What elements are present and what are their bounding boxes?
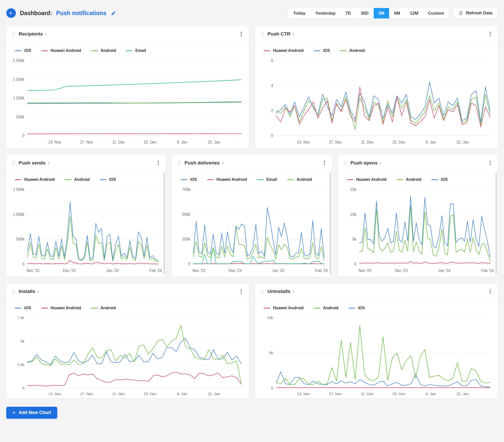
chart-title-link[interactable]: Push sends› xyxy=(19,160,49,166)
drag-handle-icon[interactable] xyxy=(344,160,347,165)
time-range-12m[interactable]: 12M xyxy=(405,8,423,18)
legend-item[interactable]: Huawei Android xyxy=(264,48,303,53)
legend-item[interactable]: Android xyxy=(397,177,421,182)
scrollbar-thumb[interactable] xyxy=(495,173,497,275)
svg-text:5k: 5k xyxy=(269,351,273,355)
svg-text:Nov '23: Nov '23 xyxy=(193,268,205,273)
chevron-right-icon: › xyxy=(293,289,294,294)
refresh-data-button[interactable]: Refresh Data xyxy=(453,8,498,19)
legend-item[interactable]: iOS xyxy=(431,177,448,182)
chart-title-link[interactable]: Push deliveries› xyxy=(184,160,224,166)
legend-item[interactable]: iOS xyxy=(314,48,330,53)
legend-item[interactable]: iOS xyxy=(15,48,31,53)
dashboard-name-link[interactable]: Push notifications xyxy=(56,10,106,17)
time-range-30d[interactable]: 30D xyxy=(356,8,373,18)
legend-swatch xyxy=(340,50,346,51)
kebab-menu-button[interactable] xyxy=(239,30,243,38)
svg-text:1 500k: 1 500k xyxy=(13,77,24,82)
chevron-right-icon: › xyxy=(48,160,50,165)
legend-swatch xyxy=(287,179,294,180)
legend-label: iOS xyxy=(358,306,365,310)
add-new-chart-button[interactable]: + Add New Chart xyxy=(6,407,57,419)
legend-label: Huawei Android xyxy=(273,306,303,310)
scrollbar-thumb[interactable] xyxy=(330,173,331,275)
legend-label: Android xyxy=(101,306,116,310)
legend-item[interactable]: iOS xyxy=(349,306,365,310)
back-button[interactable] xyxy=(6,8,16,18)
legend-item[interactable]: Huawei Android xyxy=(41,306,81,310)
drag-handle-icon[interactable] xyxy=(12,289,15,294)
kebab-menu-button[interactable] xyxy=(488,30,492,38)
legend-swatch xyxy=(314,50,320,51)
chevron-right-icon: › xyxy=(37,289,39,294)
svg-text:Feb '24: Feb '24 xyxy=(481,268,494,273)
line-chart: 05k10k13. Nov27. Nov11. Dec25. Dec8. Jan… xyxy=(259,314,494,397)
svg-text:0: 0 xyxy=(22,386,24,390)
legend-label: Huawei Android xyxy=(51,306,81,310)
legend-swatch xyxy=(349,308,355,309)
svg-text:8. Jan: 8. Jan xyxy=(177,140,187,144)
kebab-menu-button[interactable] xyxy=(156,159,160,167)
time-range-yesterday[interactable]: Yesterday xyxy=(310,8,340,18)
kebab-menu-button[interactable] xyxy=(488,159,492,167)
time-range-custom[interactable]: Custom xyxy=(423,8,449,18)
svg-text:Jan '24: Jan '24 xyxy=(438,268,450,273)
legend-item[interactable]: Huawei Android xyxy=(15,177,55,182)
legend-item[interactable]: iOS xyxy=(181,177,197,182)
svg-text:1 500k: 1 500k xyxy=(13,187,24,192)
legend-item[interactable]: Android xyxy=(91,48,116,53)
kebab-menu-button[interactable] xyxy=(239,288,243,295)
chart-title-link[interactable]: Uninstalls› xyxy=(267,289,294,294)
svg-text:25. Dec: 25. Dec xyxy=(144,392,157,396)
line-chart: 02.5k5k7.5k13. Nov27. Nov11. Dec25. Dec8… xyxy=(10,314,245,397)
chart-title-link[interactable]: Push opens› xyxy=(351,160,382,166)
legend-label: Huawei Android xyxy=(51,48,81,53)
svg-text:22. Jan: 22. Jan xyxy=(208,140,220,144)
kebab-menu-button[interactable] xyxy=(488,288,492,295)
legend-item[interactable]: Android xyxy=(287,177,312,182)
legend-item[interactable]: Android xyxy=(314,306,338,310)
svg-text:25. Dec: 25. Dec xyxy=(393,140,406,144)
svg-text:500k: 500k xyxy=(182,212,191,216)
legend-item[interactable]: Android xyxy=(65,177,89,182)
legend-item[interactable]: Email xyxy=(126,48,146,53)
edit-icon[interactable] xyxy=(111,11,116,16)
legend-item[interactable]: Android xyxy=(91,306,116,310)
legend-swatch xyxy=(15,50,21,51)
legend-item[interactable]: Huawei Android xyxy=(41,48,81,53)
legend-item[interactable]: iOS xyxy=(100,177,116,182)
drag-handle-icon[interactable] xyxy=(261,289,264,294)
legend-item[interactable]: Huawei Android xyxy=(207,177,247,182)
line-chart: 0500k1 000k1 500kNov '23Dec '23Jan '24Fe… xyxy=(10,185,162,274)
drag-handle-icon[interactable] xyxy=(12,31,15,37)
legend-item[interactable]: Android xyxy=(340,48,365,53)
time-range-7d[interactable]: 7D xyxy=(340,8,356,18)
kebab-menu-button[interactable] xyxy=(322,159,326,167)
chart-legend: Huawei AndroidAndroidiOS xyxy=(259,305,494,314)
legend-item[interactable]: Email xyxy=(257,177,277,182)
drag-handle-icon[interactable] xyxy=(261,31,264,37)
time-range-group: TodayYesterday7D30D3M6M12MCustom xyxy=(288,8,449,19)
time-range-6m[interactable]: 6M xyxy=(389,8,405,18)
legend-item[interactable]: Huawei Android xyxy=(264,306,303,310)
svg-text:4: 4 xyxy=(271,83,273,88)
chart-title-link[interactable]: Installs› xyxy=(19,289,39,294)
drag-handle-icon[interactable] xyxy=(178,160,181,165)
chart-title-link[interactable]: Push CTR› xyxy=(267,31,294,37)
svg-text:25. Dec: 25. Dec xyxy=(393,392,406,396)
svg-text:0: 0 xyxy=(354,262,356,266)
legend-item[interactable]: iOS xyxy=(15,306,31,310)
drag-handle-icon[interactable] xyxy=(12,160,15,165)
chart-legend: Huawei AndroidAndroidiOS xyxy=(342,176,494,185)
chart-legend: Huawei AndroidAndroidiOS xyxy=(10,176,162,185)
svg-text:2 000k: 2 000k xyxy=(13,58,24,63)
time-range-3m[interactable]: 3M xyxy=(373,8,389,18)
svg-text:22. Jan: 22. Jan xyxy=(208,392,220,396)
legend-item[interactable]: Huawei Android xyxy=(347,177,387,182)
legend-label: iOS xyxy=(24,306,31,310)
time-range-today[interactable]: Today xyxy=(288,8,310,18)
scrollbar-thumb[interactable] xyxy=(164,173,165,275)
legend-label: iOS xyxy=(323,48,330,53)
legend-swatch xyxy=(41,308,48,309)
chart-title-link[interactable]: Recipients› xyxy=(19,31,47,37)
